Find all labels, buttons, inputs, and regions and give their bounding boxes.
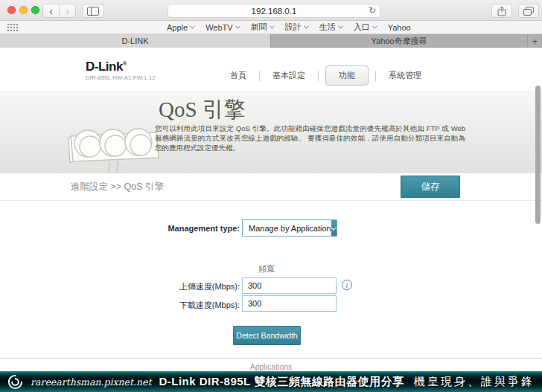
detect-bandwidth-button[interactable]: Detect Bandwidth [233,326,301,345]
watermark-footer: rareearthsman.pixnet.net D-Link DIR-895L… [0,371,542,392]
bookmark-portal[interactable]: 入口 [354,22,377,33]
browser-toolbar: ‹ › 192.168.0.1 ↻ [0,0,542,21]
qos-hero-section: QoS 引擎 您可以利用此項目來設定 QoS 引擎。此功能藉由確保您遊戲流量的優… [0,91,542,173]
router-main-nav: 首頁 基本設定 功能 系統管理 [217,65,434,86]
dropdown-open-button[interactable] [331,220,337,236]
chevron-down-icon [190,24,195,29]
address-bar[interactable]: 192.168.0.1 ↻ [168,4,380,18]
scrollbar-thumb[interactable] [535,86,541,224]
chevron-down-icon [331,224,337,230]
sidebar-toggle-button[interactable] [82,4,104,18]
zoom-window-button[interactable] [31,6,39,14]
url-text: 192.168.0.1 [252,7,297,16]
share-icon [497,6,506,16]
new-tab-button[interactable]: + [528,34,542,48]
page-title: QoS 引擎 [159,95,246,125]
router-admin-page: D-Link® DIR-895L HW:A1 FW:1.12 首頁 基本設定 功… [0,48,542,371]
chevron-down-icon [372,24,377,29]
management-type-select[interactable]: Manage by Application [242,219,337,237]
applications-section-title: Applications [0,362,542,371]
bookmark-yahoo[interactable]: Yahoo [388,23,411,32]
bookmark-news[interactable]: 新聞 [251,22,274,33]
nav-separator [318,71,319,81]
bookmark-label: 入口 [354,22,370,33]
footer-slogan: 機皇現身、誰與爭鋒 [414,375,535,389]
bookmark-life[interactable]: 生活 [319,22,342,33]
model-firmware-text: DIR-895L HW:A1 FW:1.12 [86,74,156,81]
management-type-label: Management type: [104,224,240,233]
nav-basic-settings[interactable]: 基本設定 [260,65,318,86]
management-type-value: Manage by Application [243,224,331,233]
nav-home[interactable]: 首頁 [217,65,259,86]
breadcrumb: 進階設定 >> QoS 引擎 [71,181,164,193]
share-button[interactable] [491,4,512,18]
show-all-tabs-button[interactable] [518,4,539,18]
tabs-overview-icon [523,7,534,16]
bookmarks-bar: Apple WebTV 新聞 設計 生活 入口 Yahoo [0,21,542,34]
back-button[interactable]: ‹ [43,4,59,17]
tab-bar: D-LINK Yahoo奇摩搜尋 + [0,34,542,48]
page-description: 您可以利用此項目來設定 QoS 引擎。此功能藉由確保您遊戲流量的優先權高於其他如… [155,123,465,152]
forward-button[interactable]: › [59,4,75,17]
chevron-down-icon [270,24,275,29]
forward-icon: › [66,5,69,17]
footer-article-title: D-Link DIR-895L 雙核三頻無線路由器使用分享 [159,375,404,389]
upload-speed-input[interactable] [242,277,337,294]
footer-site-url: rareearthsman.pixnet.net [31,376,151,388]
chevron-down-icon [338,24,343,29]
bookmark-label: 設計 [285,22,302,33]
save-button[interactable]: 儲存 [401,176,460,198]
back-icon: ‹ [49,5,53,17]
reload-icon[interactable]: ↻ [369,5,376,16]
bookmark-label: 新聞 [251,22,267,33]
registered-mark: ® [123,61,127,66]
brand-text: D-Link [86,60,123,74]
upload-speed-label: 上傳速度(Mbps): [104,281,240,292]
info-icon[interactable]: i [342,280,352,290]
bookmark-label: Yahoo [388,23,411,32]
tab-yahoo-search[interactable]: Yahoo奇摩搜尋 [271,34,528,48]
tab-title: D-LINK [121,36,148,45]
bookmark-webtv[interactable]: WebTV [205,23,239,32]
breadcrumb-bar: 進階設定 >> QoS 引擎 [0,173,542,201]
tab-title: Yahoo奇摩搜尋 [372,36,427,47]
download-speed-input[interactable] [242,295,337,312]
frequently-visited-grid-icon[interactable] [7,24,18,32]
tab-dlink[interactable]: D-LINK [0,34,271,48]
section-divider [0,358,542,359]
chevron-down-icon [235,24,240,29]
bookmark-design[interactable]: 設計 [285,22,308,33]
minimize-window-button[interactable] [19,6,28,14]
bookmark-label: WebTV [205,23,232,32]
bookmark-label: 生活 [319,22,336,33]
download-speed-label: 下載速度(Mbps): [104,300,240,311]
pixnet-swirl-icon [7,374,23,390]
close-window-button[interactable] [7,6,16,14]
bookmark-items: Apple WebTV 新聞 設計 生活 入口 Yahoo [167,21,411,33]
bookmark-apple[interactable]: Apple [167,23,194,32]
bandwidth-section-title: 頻寬 [155,263,378,274]
nav-features[interactable]: 功能 [325,65,369,86]
chevron-down-icon [304,24,309,29]
nav-management[interactable]: 系統管理 [376,65,434,86]
history-nav-group: ‹ › [42,4,76,18]
sidebar-icon [87,7,99,16]
dlink-logo[interactable]: D-Link® [86,60,127,74]
bookmark-label: Apple [167,23,188,32]
plus-icon: + [532,36,538,47]
